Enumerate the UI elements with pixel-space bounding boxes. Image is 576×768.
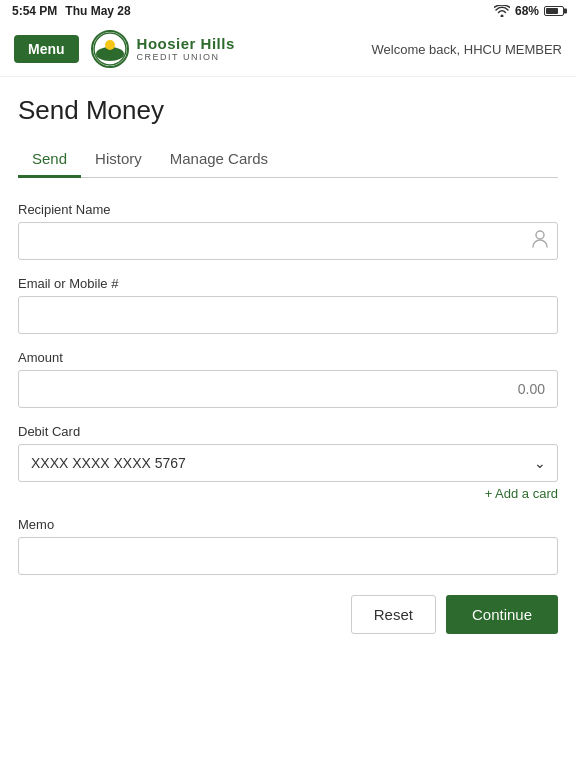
form-buttons: Reset Continue: [18, 595, 558, 634]
recipient-name-input[interactable]: [18, 222, 558, 260]
debit-card-select-wrapper: XXXX XXXX XXXX 5767 ⌄: [18, 444, 558, 482]
tab-manage-cards[interactable]: Manage Cards: [156, 142, 282, 178]
top-nav: Menu Hoosier Hills CREDIT UNION Welcome …: [0, 22, 576, 77]
email-mobile-input[interactable]: [18, 296, 558, 334]
debit-card-select[interactable]: XXXX XXXX XXXX 5767: [18, 444, 558, 482]
recipient-name-group: Recipient Name: [18, 202, 558, 260]
person-icon: [532, 230, 548, 252]
amount-input[interactable]: [18, 370, 558, 408]
email-mobile-group: Email or Mobile #: [18, 276, 558, 334]
menu-button[interactable]: Menu: [14, 35, 79, 63]
send-form: Recipient Name Email or Mobile # Amount: [18, 202, 558, 634]
battery-icon: [544, 6, 564, 16]
brand-logo-icon: [93, 32, 127, 66]
tab-history[interactable]: History: [81, 142, 156, 178]
welcome-text: Welcome back, HHCU MEMBER: [372, 42, 562, 57]
amount-group: Amount: [18, 350, 558, 408]
email-mobile-label: Email or Mobile #: [18, 276, 558, 291]
tabs: Send History Manage Cards: [18, 142, 558, 178]
debit-card-label: Debit Card: [18, 424, 558, 439]
recipient-name-wrapper: [18, 222, 558, 260]
logo-area: Hoosier Hills CREDIT UNION: [91, 30, 235, 68]
page-content: Send Money Send History Manage Cards Rec…: [0, 77, 576, 664]
debit-card-group: Debit Card XXXX XXXX XXXX 5767 ⌄ + Add a…: [18, 424, 558, 501]
logo-circle: [91, 30, 129, 68]
page-title: Send Money: [18, 95, 558, 126]
status-bar: 5:54 PM Thu May 28 68%: [0, 0, 576, 22]
svg-point-3: [536, 231, 544, 239]
recipient-name-label: Recipient Name: [18, 202, 558, 217]
tab-send[interactable]: Send: [18, 142, 81, 178]
memo-group: Memo: [18, 517, 558, 575]
status-time: 5:54 PM: [12, 4, 57, 18]
reset-button[interactable]: Reset: [351, 595, 436, 634]
logo-text: Hoosier Hills CREDIT UNION: [137, 36, 235, 63]
wifi-icon: [494, 5, 510, 17]
svg-point-2: [105, 40, 115, 50]
brand-sub: CREDIT UNION: [137, 52, 235, 62]
battery-percent: 68%: [515, 4, 539, 18]
add-card-link[interactable]: + Add a card: [18, 486, 558, 501]
status-right: 68%: [494, 4, 564, 18]
brand-name: Hoosier Hills: [137, 36, 235, 53]
memo-label: Memo: [18, 517, 558, 532]
status-left: 5:54 PM Thu May 28: [12, 4, 131, 18]
amount-label: Amount: [18, 350, 558, 365]
continue-button[interactable]: Continue: [446, 595, 558, 634]
status-day: Thu May 28: [65, 4, 130, 18]
memo-input[interactable]: [18, 537, 558, 575]
